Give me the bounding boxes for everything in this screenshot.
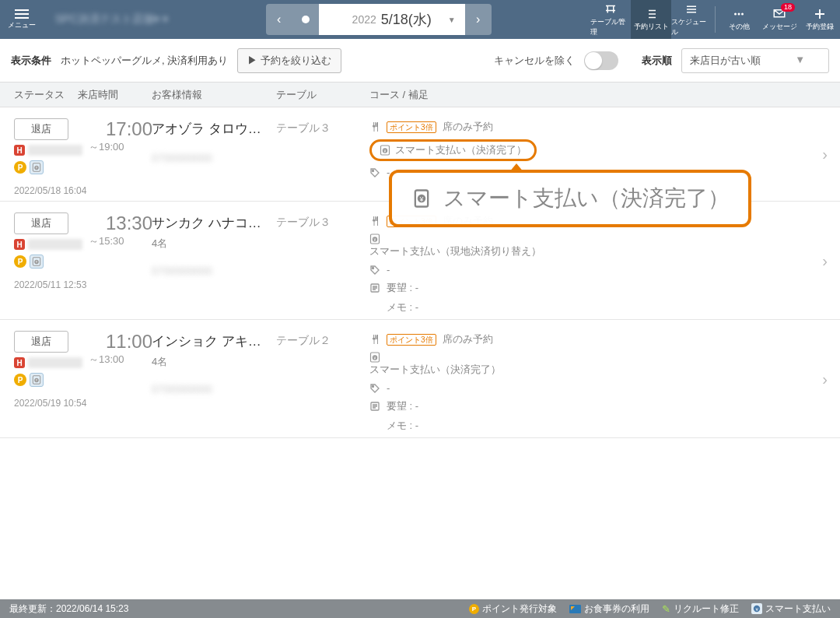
smart-pay-icon: ¥ (30, 255, 44, 269)
point-icon: P (469, 604, 479, 614)
nav-message[interactable]: 18 メッセージ (759, 0, 800, 39)
blurred-phone: 0700000000 (152, 265, 276, 277)
tag-icon (369, 167, 380, 178)
schedule-icon (684, 2, 699, 16)
col-status: ステータス (0, 88, 78, 102)
sort-label: 表示順 (642, 54, 672, 68)
blurred-source (28, 357, 82, 368)
sort-select[interactable]: 来店日が古い順 ▼ (681, 48, 829, 73)
nav-other[interactable]: その他 (719, 0, 759, 39)
plus-icon (812, 7, 828, 21)
col-course: コース / 補足 (369, 88, 840, 102)
blurred-source (28, 145, 82, 156)
divider (715, 6, 716, 33)
row-timestamp: 2022/05/11 12:53 (14, 279, 152, 290)
store-selector[interactable]: SPC決済テスト店舗▾ (43, 12, 180, 26)
tag-text: - (387, 382, 390, 394)
yen-icon: ¥ (380, 145, 390, 156)
table-icon (603, 2, 618, 16)
svg-point-9 (373, 170, 374, 171)
hamburger-icon (15, 9, 29, 19)
tag-icon (369, 383, 380, 394)
today-dot-icon (302, 16, 310, 23)
refine-button[interactable]: ▶ 予約を絞り込む (237, 48, 341, 73)
callout-tooltip: ¥ スマート支払い（決済完了） (389, 170, 751, 227)
filter-value: ホットペッパーグルメ, 決済利用あり (61, 54, 228, 68)
svg-text:¥: ¥ (374, 237, 376, 242)
cancel-toggle[interactable] (584, 51, 618, 70)
app-header: メニュー SPC決済テスト店舗▾ ‹ 2022 5/18(水) ▼ › テーブル… (0, 0, 840, 39)
course-icon (369, 334, 380, 345)
nav-list-label: 予約リスト (634, 22, 669, 32)
nav-list[interactable]: 予約リスト (631, 0, 671, 39)
nav-table[interactable]: テーブル管理 (590, 0, 631, 39)
callout-text: スマート支払い（決済完了） (443, 184, 730, 213)
svg-text:¥: ¥ (384, 149, 387, 153)
customer-name: アオゾラ タロウ… (152, 120, 276, 138)
sort-value: 来店日が古い順 (690, 54, 761, 68)
point-icon: P (14, 255, 26, 268)
svg-point-0 (734, 13, 737, 16)
date-next-button[interactable]: › (465, 4, 492, 35)
customer-name: インショク アキ… (152, 332, 276, 350)
row-timestamp: 2022/05/19 10:54 (14, 398, 152, 409)
reservation-row[interactable]: 退店 H P¥ 11:00 ～13:00 2022/05/19 10:54 イン… (0, 320, 840, 438)
date-today-button[interactable] (292, 4, 319, 35)
chevron-down-icon: ▼ (448, 16, 456, 24)
col-table: テーブル (276, 88, 369, 102)
menu-button[interactable]: メニュー (0, 0, 43, 39)
point-icon: P (14, 161, 26, 174)
payment-status: ¥スマート支払い（決済完了） (369, 352, 501, 377)
column-header: ステータス 来店時間 お客様情報 テーブル コース / 補足 (0, 83, 840, 107)
source-icon: H (14, 239, 25, 250)
nav-table-label: テーブル管理 (590, 17, 631, 37)
point-icon: P (14, 374, 26, 386)
cancel-toggle-label: キャンセルを除く (494, 54, 575, 68)
chevron-right-icon: › (822, 251, 828, 269)
reservation-list: 退店 H P¥ 17:00 ～19:00 2022/05/18 16:04 アオ… (0, 107, 840, 438)
smart-pay-icon: ¥ (30, 373, 44, 387)
pen-icon: ✎ (662, 603, 670, 615)
yen-icon: ¥ (369, 352, 380, 363)
customer-name: サンカク ハナコ… (152, 214, 276, 232)
payment-status: ¥スマート支払い（決済完了） (369, 139, 537, 161)
date-year: 2022 (352, 13, 376, 26)
nav-schedule-label: スケジュール (671, 17, 712, 37)
col-customer: お客様情報 (152, 88, 276, 102)
blurred-phone: 0700000000 (152, 383, 276, 395)
ticket-icon (569, 605, 581, 613)
filter-bar: 表示条件 ホットペッパーグルメ, 決済利用あり ▶ 予約を絞り込む キャンセルを… (0, 39, 840, 83)
status-badge: 退店 (14, 118, 68, 140)
table-name: テーブル３ (276, 118, 369, 196)
nav-schedule[interactable]: スケジュール (671, 0, 712, 39)
footer-updated: 最終更新：2022/06/14 15:23 (9, 602, 128, 616)
svg-point-2 (741, 13, 744, 16)
legend-smart: ¥スマート支払い (751, 602, 831, 616)
svg-point-1 (738, 13, 740, 16)
table-name: テーブル３ (276, 212, 369, 314)
chevron-right-icon: › (822, 370, 828, 388)
svg-text:¥: ¥ (419, 196, 424, 203)
svg-text:¥: ¥ (374, 356, 376, 360)
menu-label: メニュー (8, 20, 36, 30)
time-end: ～19:00 (89, 140, 152, 154)
payment-status: ¥スマート支払い（現地決済切り替え） (369, 234, 541, 258)
time-end: ～13:00 (89, 353, 152, 367)
date-navigator: ‹ 2022 5/18(水) ▼ › (266, 4, 492, 35)
blurred-phone: 0700000000 (152, 152, 276, 164)
time-start: 11:00 (106, 331, 152, 353)
status-badge: 退店 (14, 212, 68, 234)
nav-register[interactable]: 予約登録 (800, 0, 840, 39)
point-badge: ポイント3倍 (387, 334, 436, 346)
date-prev-button[interactable]: ‹ (266, 4, 292, 35)
tag-icon (369, 265, 380, 276)
table-name: テーブル２ (276, 331, 369, 433)
status-badge: 退店 (14, 331, 68, 353)
yen-receipt-icon: ¥ (411, 188, 432, 209)
chevron-right-icon: › (822, 146, 828, 163)
blurred-source (28, 239, 82, 250)
course-icon (369, 121, 380, 132)
date-picker[interactable]: 2022 5/18(水) ▼ (319, 4, 465, 35)
point-badge: ポイント3倍 (387, 121, 436, 133)
svg-point-16 (373, 267, 374, 269)
